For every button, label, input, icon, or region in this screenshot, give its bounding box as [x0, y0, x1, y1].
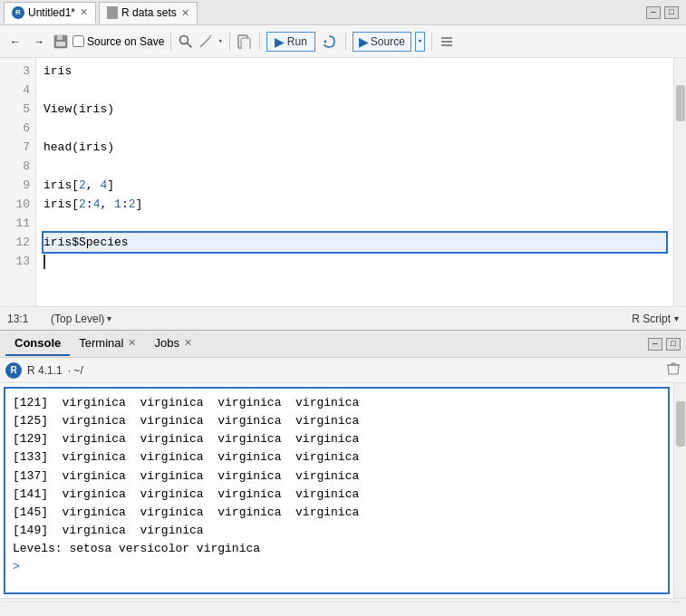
svg-rect-2	[56, 42, 65, 46]
source-button[interactable]: ▶ Source	[353, 32, 411, 52]
tab-rdatasets[interactable]: R data sets ✕	[99, 2, 198, 24]
tab-rdatasets-close[interactable]: ✕	[181, 7, 189, 19]
toolbar-sep-1	[170, 33, 171, 51]
tab-untitled1-label: Untitled1*	[28, 6, 75, 19]
script-type-dropdown[interactable]: ▾	[674, 313, 679, 323]
console-tab-label: Console	[14, 336, 61, 350]
jobs-tab-label: Jobs	[154, 336, 179, 350]
console-scrollbar-thumb[interactable]	[676, 401, 685, 447]
line-num-6: 6	[0, 119, 30, 138]
console-maximize-btn[interactable]: □	[666, 338, 681, 351]
code-editor-area: 3 4 5 6 7 8 9 10 11 12 13 iris View(iris…	[0, 58, 686, 306]
wand-dropdown[interactable]: ▾	[217, 36, 222, 46]
console-prompt-symbol: >	[13, 560, 20, 573]
console-output-line-3: [129] virginica virginica virginica virg…	[13, 430, 661, 448]
svg-line-5	[200, 38, 209, 47]
pages-icon[interactable]	[237, 34, 253, 50]
editor-scrollbar[interactable]	[673, 58, 686, 306]
source-arrow-icon: ▶	[359, 34, 369, 49]
line-num-9: 9	[0, 176, 30, 195]
save-icon[interactable]	[53, 34, 69, 50]
console-clear-icon[interactable]	[666, 361, 681, 380]
line-num-10: 10	[0, 195, 30, 214]
console-bottom-bar	[0, 598, 686, 616]
line-num-8: 8	[0, 157, 30, 176]
code-line-11	[43, 214, 666, 233]
editor-scrollbar-thumb[interactable]	[676, 85, 685, 121]
console-toolbar: R R 4.1.1 · ~/	[0, 358, 686, 383]
console-path: · ~/	[68, 364, 83, 377]
console-output-line-8: [149] virginica virginica	[13, 522, 661, 540]
line-num-3: 3	[0, 62, 30, 81]
line-numbers: 3 4 5 6 7 8 9 10 11 12 13	[0, 58, 36, 306]
console-minimize-btn[interactable]: ─	[648, 338, 662, 351]
line-num-7: 7	[0, 138, 30, 157]
r-file-icon: R	[12, 6, 24, 19]
rerun-icon[interactable]	[321, 34, 337, 50]
console-output-line-1: [121] virginica virginica virginica virg…	[13, 394, 661, 412]
code-content[interactable]: iris View(iris) head(iris) iris[2, 4] ir…	[36, 58, 673, 306]
menu-icon[interactable]	[439, 34, 455, 50]
console-output-line-7: [145] virginica virginica virginica virg…	[13, 504, 661, 522]
code-line-8	[43, 157, 666, 176]
source-on-save-checkbox[interactable]	[72, 35, 84, 47]
svg-line-7	[210, 34, 212, 36]
toolbar-sep-5	[431, 33, 432, 51]
source-on-save-control[interactable]: Source on Save	[72, 35, 164, 48]
minimize-btn[interactable]: ─	[646, 6, 661, 19]
editor-toolbar: ← → Source on Save ▾	[0, 25, 686, 58]
line-num-4: 4	[0, 81, 30, 100]
console-output-line-6: [141] virginica virginica virginica virg…	[13, 486, 661, 504]
svg-rect-9	[241, 38, 250, 49]
toolbar-sep-2	[229, 33, 230, 51]
toolbar-sep-3	[259, 33, 260, 51]
run-arrow-icon: ▶	[275, 34, 285, 49]
source-dropdown[interactable]: ▾	[415, 32, 425, 52]
maximize-btn[interactable]: □	[664, 6, 679, 19]
jobs-tab-close[interactable]: ✕	[184, 337, 192, 349]
cursor-position: 13:1	[7, 313, 43, 325]
code-line-12: iris$Species	[43, 233, 666, 252]
code-line-9: iris[2, 4]	[43, 176, 666, 195]
editor-pane: R Untitled1* ✕ R data sets ✕ ─ □ ← → Sou	[0, 0, 686, 331]
tab-rdatasets-label: R data sets	[121, 6, 177, 19]
console-scrollbar[interactable]	[673, 383, 686, 598]
editor-status-bar: 13:1 (Top Level) ▾ R Script ▾	[0, 306, 686, 330]
toolbar-sep-4	[345, 33, 346, 51]
tab-console[interactable]: Console	[5, 332, 70, 356]
tab-terminal[interactable]: Terminal ✕	[70, 332, 145, 356]
level-dropdown[interactable]: ▾	[107, 313, 111, 323]
line-num-13: 13	[0, 252, 30, 271]
tab-untitled1-close[interactable]: ✕	[80, 6, 88, 18]
console-pane: Console Terminal ✕ Jobs ✕ ─ □ R R 4.1.1 …	[0, 331, 686, 616]
run-label: Run	[287, 35, 307, 48]
code-line-4	[43, 81, 666, 100]
back-btn[interactable]: ←	[5, 34, 25, 50]
console-output-line-2: [125] virginica virginica virginica virg…	[13, 412, 661, 430]
tab-jobs[interactable]: Jobs ✕	[145, 332, 200, 356]
console-h-scrollbar[interactable]	[5, 602, 681, 614]
console-output-wrapper: [121] virginica virginica virginica virg…	[0, 383, 686, 598]
r-logo: R	[5, 362, 22, 379]
terminal-tab-close[interactable]: ✕	[128, 337, 136, 349]
doc-file-icon	[107, 6, 118, 19]
svg-line-4	[188, 43, 192, 47]
search-icon[interactable]	[178, 34, 194, 50]
forward-btn[interactable]: →	[29, 34, 49, 50]
code-level: (Top Level) ▾	[51, 313, 111, 325]
terminal-tab-label: Terminal	[79, 336, 123, 350]
code-line-6	[43, 119, 666, 138]
code-line-13	[43, 252, 666, 271]
run-button[interactable]: ▶ Run	[266, 32, 315, 52]
tab-untitled1[interactable]: R Untitled1* ✕	[4, 2, 96, 24]
source-label: Source	[371, 35, 405, 48]
console-output[interactable]: [121] virginica virginica virginica virg…	[4, 387, 670, 594]
console-prompt-line[interactable]: >	[13, 558, 661, 576]
console-tab-bar: Console Terminal ✕ Jobs ✕ ─ □	[0, 331, 686, 358]
editor-window-controls: ─ □	[646, 6, 682, 19]
svg-marker-10	[324, 40, 326, 43]
code-line-10: iris[2:4, 1:2]	[43, 195, 666, 214]
code-line-7: head(iris)	[43, 138, 666, 157]
wand-icon[interactable]	[198, 34, 214, 50]
code-line-3: iris	[43, 62, 666, 81]
